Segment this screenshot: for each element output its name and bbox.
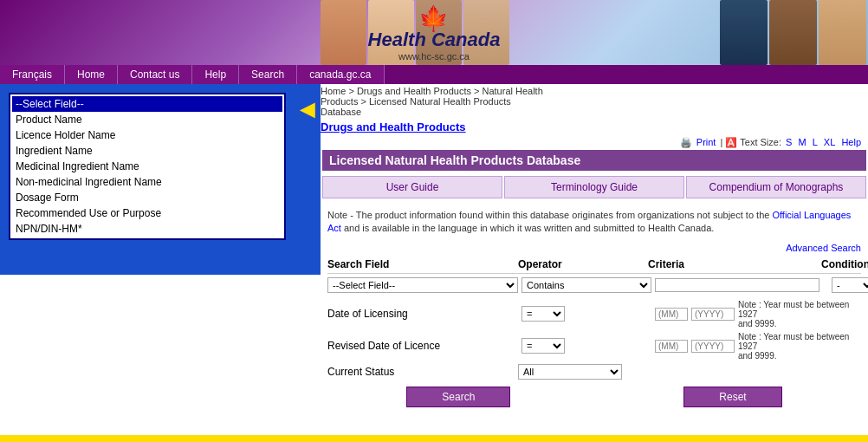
revised-date-label: Revised Date of Licence (327, 340, 518, 352)
photo-6 (769, 0, 817, 65)
buttons-row: Search Reset (327, 387, 861, 407)
text-size-xl[interactable]: XL (824, 137, 835, 147)
dropdown-item-6[interactable]: Dosage Form (12, 190, 282, 205)
photo-1 (321, 0, 366, 65)
photo-5 (720, 0, 768, 65)
current-status-label: Current Status (327, 366, 518, 378)
search-field-select[interactable]: --Select Field-- Product Name Licence Ho… (327, 277, 518, 293)
dropdown-item-2[interactable]: Licence Holder Name (12, 127, 282, 143)
revised-operator-col: =<><=>= (521, 338, 651, 354)
header-banner: 🍁 Health Canada www.hc-sc.gc.ca (0, 0, 868, 65)
dropdown-item-0[interactable]: --Select Field-- (12, 96, 282, 112)
header-criteria: Criteria (648, 258, 821, 270)
advanced-search-link[interactable]: Advanced Search (786, 243, 861, 253)
date-mm-input[interactable] (655, 308, 688, 321)
header-right-photos (720, 0, 868, 65)
text-size-label: Text Size: (740, 137, 781, 147)
dropdown-item-7[interactable]: Recommended Use or Purpose (12, 205, 282, 221)
dropdown-item-8[interactable]: NPN/DIN-HM* (12, 221, 282, 237)
photo-7 (819, 0, 866, 65)
search-button[interactable]: Search (406, 387, 510, 407)
condition-select[interactable]: - AND OR (832, 277, 868, 293)
advanced-search-bar: Advanced Search (321, 241, 868, 255)
site-title: Health Canada (368, 29, 501, 51)
official-languages-link[interactable]: Official Languages Act (327, 210, 851, 233)
left-panel: --Select Field-- Product Name Licence Ho… (0, 84, 321, 275)
current-status-select[interactable]: All Active Inactive (518, 364, 622, 380)
current-status-row: Current Status All Active Inactive (327, 364, 861, 380)
dropdown-list: --Select Field-- Product Name Licence Ho… (9, 93, 286, 240)
dropdown-item-1[interactable]: Product Name (12, 112, 282, 127)
header-condition: Condition (821, 258, 868, 270)
guide-tabs: User Guide Terminology Guide Compendium … (322, 176, 866, 198)
header-center: 🍁 Health Canada www.hc-sc.gc.ca (368, 4, 501, 62)
search-form: Search Field Operator Criteria Condition… (321, 255, 868, 411)
date-yyyy-input[interactable] (691, 308, 735, 321)
operator-select[interactable]: Contains Equals Starts With (521, 277, 651, 293)
arrow-icon: ◄ (295, 94, 347, 124)
revised-yyyy-input[interactable] (691, 340, 735, 353)
dropdown-item-5[interactable]: Non-medicinal Ingredient Name (12, 174, 282, 190)
date-note-1: Note : Year must be between 1927and 9999… (738, 300, 861, 328)
search-row-1: --Select Field-- Product Name Licence Ho… (327, 277, 861, 293)
reset-button[interactable]: Reset (683, 387, 781, 407)
text-size-l[interactable]: L (813, 137, 818, 147)
tab-terminology[interactable]: Terminology Guide (504, 176, 684, 198)
dropdown-item-4[interactable]: Medicinal Ingredient Name (12, 159, 282, 174)
revised-operator-select[interactable]: =<><=>= (521, 338, 565, 354)
db-title-bar: Licensed Natural Health Products Databas… (322, 150, 866, 171)
date-operator-col: =<><=>= (521, 306, 651, 322)
nav-canada[interactable]: canada.gc.ca (297, 65, 384, 84)
date-licensing-label: Date of Licensing (327, 308, 518, 320)
header-operator: Operator (518, 258, 648, 270)
dropdown-item-3[interactable]: Ingredient Name (12, 143, 282, 159)
search-headers: Search Field Operator Criteria Condition (327, 258, 861, 274)
text-size-m[interactable]: M (798, 137, 806, 147)
note-text: Note - The product information found wit… (321, 204, 868, 241)
nav-francais[interactable]: Français (0, 65, 65, 84)
tab-user-guide[interactable]: User Guide (322, 176, 502, 198)
print-link[interactable]: Print (696, 137, 716, 147)
text-size-icon: 🅰️ (725, 137, 737, 147)
text-size-s[interactable]: S (786, 137, 792, 147)
tab-compendium[interactable]: Compendium of Monographs (686, 176, 866, 198)
revised-date-row: Revised Date of Licence =<><=>= Note : Y… (327, 332, 861, 361)
site-url: www.hc-sc.gc.ca (368, 51, 501, 62)
revised-mm-input[interactable] (655, 340, 688, 353)
nav-help[interactable]: Help (192, 65, 239, 84)
date-licensing-row: Date of Licensing =<><=>= Note : Year mu… (327, 300, 861, 328)
text-size-help[interactable]: Help (841, 137, 861, 147)
print-bar: 🖨️ Print | 🅰️ Text Size: S M L XL Help (321, 135, 868, 150)
date-operator-select[interactable]: =<><=>= (521, 306, 565, 322)
nav-home[interactable]: Home (65, 65, 118, 84)
nav-bar: Français Home Contact us Help Search can… (0, 65, 868, 84)
nav-contact[interactable]: Contact us (118, 65, 192, 84)
revised-date-inputs: Note : Year must be between 1927and 9999… (655, 332, 861, 361)
bottom-bar (0, 435, 868, 442)
date-inputs: Note : Year must be between 1927and 9999… (655, 300, 861, 328)
nav-search[interactable]: Search (239, 65, 297, 84)
db-title: Licensed Natural Health Products Databas… (329, 153, 580, 167)
criteria-input[interactable] (655, 278, 819, 292)
date-note-2: Note : Year must be between 1927and 9999… (738, 332, 861, 361)
header-search-field: Search Field (327, 258, 518, 270)
